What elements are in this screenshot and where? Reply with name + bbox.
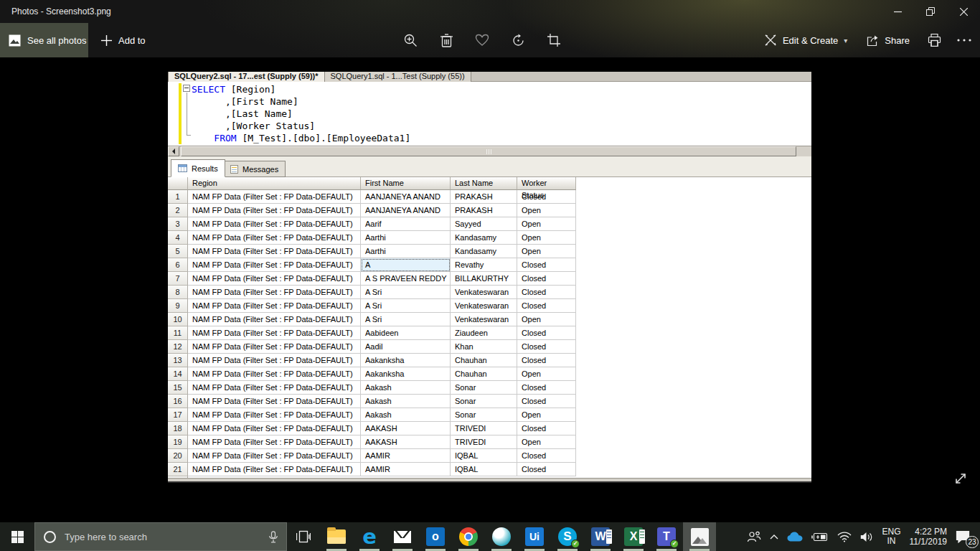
tab-results[interactable]: Results — [171, 159, 225, 177]
grid-cell[interactable]: NAM FP Data (Filter Set : FP Data-DEFAUL… — [188, 408, 361, 422]
grid-cell[interactable]: Aabideen — [361, 326, 451, 340]
row-number-cell[interactable]: 11 — [168, 326, 188, 340]
grid-cell[interactable]: Kandasamy — [451, 245, 517, 258]
grid-column-header[interactable]: First Name — [361, 177, 451, 190]
code-collapse-icon[interactable] — [183, 85, 190, 92]
volume-button[interactable] — [857, 522, 877, 551]
grid-cell[interactable]: Open — [517, 231, 576, 245]
wifi-button[interactable] — [834, 522, 855, 551]
grid-cell[interactable]: Closed — [517, 190, 576, 204]
grid-cell[interactable]: Aakanksha — [361, 367, 451, 381]
row-number-cell[interactable]: 7 — [168, 272, 188, 286]
grid-cell[interactable]: Revathy — [451, 258, 517, 272]
restore-button[interactable] — [914, 0, 947, 23]
grid-cell[interactable]: NAM FP Data (Filter Set : FP Data-DEFAUL… — [188, 313, 361, 326]
minimize-button[interactable] — [881, 0, 914, 23]
grid-cell[interactable]: Closed — [517, 463, 576, 476]
grid-cell[interactable]: Open — [517, 204, 576, 217]
zoom-in-button[interactable] — [400, 30, 420, 50]
grid-cell[interactable]: AAMIR — [361, 449, 451, 463]
see-all-photos-button[interactable]: See all photos — [0, 23, 88, 57]
row-number-cell[interactable]: 18 — [168, 422, 188, 435]
grid-cell[interactable]: Chauhan — [451, 354, 517, 367]
grid-cell[interactable]: NAM FP Data (Filter Set : FP Data-DEFAUL… — [188, 381, 361, 395]
grid-cell[interactable]: AANJANEYA ANAND — [361, 204, 451, 217]
grid-cell[interactable]: Open — [517, 435, 576, 449]
grid-cell[interactable]: NAM FP Data (Filter Set : FP Data-DEFAUL… — [188, 463, 361, 476]
crop-button[interactable] — [544, 30, 564, 50]
grid-cell[interactable]: NAM FP Data (Filter Set : FP Data-DEFAUL… — [188, 272, 361, 286]
grid-cell[interactable]: Aarthi — [361, 245, 451, 258]
grid-cell[interactable]: PRAKASH — [451, 190, 517, 204]
row-number-cell[interactable]: 19 — [168, 435, 188, 449]
photos-app-button[interactable] — [683, 522, 716, 551]
row-number-cell[interactable]: 2 — [168, 204, 188, 217]
print-button[interactable] — [924, 30, 944, 50]
row-number-cell[interactable]: 10 — [168, 313, 188, 326]
battery-button[interactable] — [808, 522, 832, 551]
grid-cell[interactable]: AAMIR — [361, 463, 451, 476]
grid-cell[interactable]: A Sri — [361, 286, 451, 299]
grid-cell[interactable]: NAM FP Data (Filter Set : FP Data-DEFAUL… — [188, 326, 361, 340]
grid-cell[interactable]: Closed — [517, 422, 576, 435]
clock[interactable]: 4:22 PM 11/1/2019 — [906, 522, 951, 551]
grid-cell[interactable]: Venkateswaran — [451, 313, 517, 326]
uipath-button[interactable]: Ui — [518, 522, 551, 551]
grid-cell[interactable]: Kandasamy — [451, 231, 517, 245]
grid-cell[interactable]: NAM FP Data (Filter Set : FP Data-DEFAUL… — [188, 258, 361, 272]
grid-cell[interactable]: Aakash — [361, 395, 451, 408]
row-number-cell[interactable]: 1 — [168, 190, 188, 204]
grid-cell[interactable]: Aarif — [361, 217, 451, 231]
grid-cell[interactable]: Closed — [517, 272, 576, 286]
start-button[interactable] — [0, 522, 34, 551]
grid-cell[interactable]: Aarthi — [361, 231, 451, 245]
grid-cell[interactable]: Aakash — [361, 408, 451, 422]
row-number-cell[interactable]: 3 — [168, 217, 188, 231]
row-number-cell[interactable]: 21 — [168, 463, 188, 476]
grid-cell[interactable]: Sonar — [451, 381, 517, 395]
task-view-button[interactable] — [287, 522, 320, 551]
row-number-cell[interactable]: 4 — [168, 231, 188, 245]
onedrive-button[interactable] — [783, 522, 806, 551]
fullscreen-expand-button[interactable] — [951, 469, 970, 488]
grid-cell[interactable]: AANJANEYA ANAND — [361, 190, 451, 204]
rotate-button[interactable] — [508, 30, 528, 50]
teams-button[interactable]: T✓ — [650, 522, 683, 551]
grid-cell[interactable]: NAM FP Data (Filter Set : FP Data-DEFAUL… — [188, 367, 361, 381]
add-to-button[interactable]: Add to — [94, 23, 153, 57]
taskbar-search-input[interactable]: Type here to search — [34, 522, 287, 551]
grid-cell[interactable]: Closed — [517, 326, 576, 340]
grid-cell[interactable]: NAM FP Data (Filter Set : FP Data-DEFAUL… — [188, 245, 361, 258]
grid-cell[interactable]: TRIVEDI — [451, 435, 517, 449]
grid-cell[interactable]: Open — [517, 313, 576, 326]
grid-column-header[interactable]: Region — [188, 177, 361, 190]
microphone-icon[interactable] — [269, 531, 278, 543]
mail-button[interactable] — [386, 522, 419, 551]
grid-cell[interactable]: TRIVEDI — [451, 422, 517, 435]
grid-cell[interactable]: Closed — [517, 340, 576, 354]
delete-button[interactable] — [436, 30, 456, 50]
ssms-document-tab-1[interactable]: SQLQuery2.sql - 17...est (Supply (59))* — [168, 72, 325, 82]
grid-cell[interactable]: A Sri — [361, 313, 451, 326]
grid-cell[interactable]: Aadil — [361, 340, 451, 354]
ssms-document-tab-2[interactable]: SQLQuery1.sql - 1...Test (Supply (55)) — [325, 72, 471, 82]
grid-cell[interactable]: Ziaudeen — [451, 326, 517, 340]
grid-cell[interactable]: Sonar — [451, 408, 517, 422]
grid-column-header[interactable]: Worker Status — [517, 177, 576, 190]
grid-cell[interactable]: NAM FP Data (Filter Set : FP Data-DEFAUL… — [188, 422, 361, 435]
grid-cell[interactable]: NAM FP Data (Filter Set : FP Data-DEFAUL… — [188, 217, 361, 231]
edit-create-button[interactable]: Edit & Create ▾ — [760, 34, 852, 47]
grid-cell[interactable]: Closed — [517, 395, 576, 408]
row-number-cell[interactable]: 20 — [168, 449, 188, 463]
grid-cell[interactable]: A S PRAVEEN REDDY — [361, 272, 451, 286]
grid-corner-cell[interactable] — [168, 177, 188, 190]
action-center-button[interactable]: 23 — [952, 522, 977, 551]
favorite-heart-button[interactable] — [472, 30, 492, 50]
word-button[interactable]: W — [584, 522, 617, 551]
grid-cell[interactable]: Open — [517, 245, 576, 258]
grid-cell[interactable]: Venkateswaran — [451, 286, 517, 299]
show-hidden-icons-button[interactable] — [766, 522, 782, 551]
grid-cell[interactable]: Khan — [451, 340, 517, 354]
grid-cell[interactable]: NAM FP Data (Filter Set : FP Data-DEFAUL… — [188, 449, 361, 463]
row-number-cell[interactable]: 14 — [168, 367, 188, 381]
